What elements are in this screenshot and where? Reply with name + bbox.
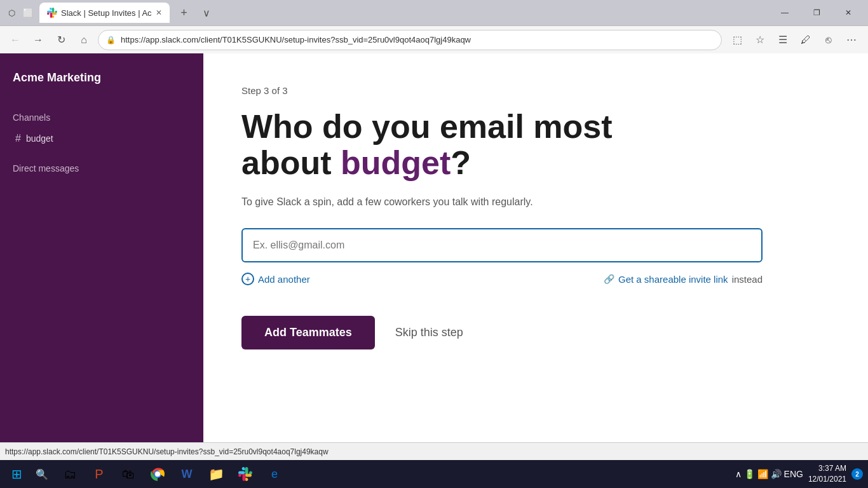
- taskbar-app-powerpoint[interactable]: P: [85, 460, 113, 488]
- email-input[interactable]: [241, 228, 763, 262]
- reload-button[interactable]: ↻: [52, 31, 70, 49]
- new-tab-button[interactable]: +: [175, 3, 194, 23]
- svg-point-1: [155, 471, 160, 477]
- taskbar-app-files[interactable]: 📁: [202, 460, 230, 488]
- title-bar-icons: ⬡ ⬜: [5, 6, 34, 19]
- invite-link-label: Get a shareable invite link: [618, 274, 728, 285]
- toolbar-icons: ⬚ ☆ ☰ 🖊 ⎋ ⋯: [727, 30, 862, 50]
- taskbar-right: ∧ 🔋 📶 🔊 ENG 3:37 AM 12/01/2021 2: [735, 463, 863, 485]
- network-icon: 📶: [757, 469, 768, 479]
- volume-icon: 🔊: [771, 469, 782, 479]
- powerpoint-icon: P: [95, 467, 103, 482]
- store-icon: 🛍: [122, 467, 135, 482]
- step-label: Step 3 of 3: [241, 85, 830, 96]
- taskbar-apps: 🗂 P 🛍 W 📁: [56, 460, 288, 488]
- channels-label: Channels: [10, 110, 193, 125]
- slack-taskbar-icon: [238, 467, 252, 481]
- share-icon[interactable]: ⎋: [818, 30, 839, 50]
- heading-part3: ?: [451, 144, 471, 181]
- clock-time: 3:37 AM: [808, 463, 846, 474]
- word-icon: W: [182, 468, 193, 481]
- files-icon: 📁: [208, 466, 224, 482]
- status-url: https://app.slack.com/client/T01K5SGUKNU…: [5, 447, 863, 456]
- buttons-row: Add Teammates Skip this step: [241, 316, 830, 349]
- minimize-button[interactable]: —: [770, 0, 799, 25]
- chrome-icon: [151, 467, 165, 481]
- heading-part1: Who do you email most: [241, 108, 613, 145]
- taskbar-clock[interactable]: 3:37 AM 12/01/2021: [808, 463, 846, 485]
- heading-part2: about: [241, 144, 341, 181]
- taskbar-app-slack[interactable]: [231, 460, 259, 488]
- channel-name: budget: [26, 133, 53, 144]
- heading-highlight: budget: [341, 144, 451, 181]
- language-label: ENG: [784, 469, 803, 479]
- hash-icon: #: [15, 133, 21, 144]
- close-button[interactable]: ✕: [834, 0, 863, 25]
- taskbar-app-edge[interactable]: e: [261, 460, 288, 488]
- skip-step-button[interactable]: Skip this step: [390, 316, 468, 349]
- main-heading: Who do you email most about budget?: [241, 109, 750, 181]
- notification-badge[interactable]: 2: [851, 468, 863, 480]
- url-bar[interactable]: 🔒 https://app.slack.com/client/T01K5SGUK…: [98, 30, 722, 50]
- actions-row: + Add another 🔗 Get a shareable invite l…: [241, 273, 763, 285]
- lock-icon: 🔒: [106, 36, 116, 44]
- maximize-button[interactable]: ❐: [802, 0, 831, 25]
- back-button[interactable]: ←: [6, 31, 24, 49]
- active-tab[interactable]: Slack | Setup Invites | Ac ✕: [39, 3, 170, 23]
- add-teammates-button[interactable]: Add Teammates: [241, 316, 375, 349]
- direct-messages-label: Direct messages: [10, 161, 193, 176]
- sidebar-channel-budget[interactable]: # budget: [10, 130, 193, 147]
- link-icon: 🔗: [604, 274, 614, 284]
- invite-link[interactable]: 🔗 Get a shareable invite link instead: [604, 274, 763, 285]
- taskbar-app-fileexplorer[interactable]: 🗂: [56, 460, 84, 488]
- content-area: Step 3 of 3 Who do you email most about …: [203, 53, 868, 442]
- edge-icon: e: [271, 468, 278, 481]
- start-button[interactable]: ⊞: [5, 463, 28, 485]
- file-explorer-icon: 🗂: [64, 467, 76, 482]
- forward-button[interactable]: →: [29, 31, 47, 49]
- sidebar-toggle-icon[interactable]: ⬚: [727, 30, 747, 50]
- workspace-name: Acme Marketing: [10, 66, 193, 90]
- address-bar: ← → ↻ ⌂ 🔒 https://app.slack.com/client/T…: [0, 25, 868, 53]
- window-controls: — ❐ ✕: [770, 0, 863, 25]
- invite-link-suffix: instead: [732, 274, 763, 285]
- tab-list-button[interactable]: ∨: [199, 7, 214, 19]
- more-icon[interactable]: ⋯: [841, 30, 862, 50]
- slack-tab-icon: [47, 8, 57, 18]
- windows-logo-icon: ⊞: [11, 466, 22, 482]
- taskbar-app-word[interactable]: W: [173, 460, 201, 488]
- search-icon: 🔍: [36, 468, 48, 480]
- tab-icon-capture[interactable]: ⬜: [22, 6, 34, 19]
- taskbar-app-store[interactable]: 🛍: [114, 460, 142, 488]
- url-text: https://app.slack.com/client/T01K5SGUKNU…: [121, 35, 714, 44]
- tab-close-button[interactable]: ✕: [156, 8, 162, 17]
- bookmark-icon[interactable]: ☆: [750, 30, 770, 50]
- search-button[interactable]: 🔍: [31, 463, 53, 485]
- plus-circle-icon: +: [241, 273, 254, 285]
- taskbar: ⊞ 🔍 🗂 P 🛍: [0, 460, 868, 488]
- chevron-up-icon[interactable]: ∧: [735, 469, 742, 479]
- taskbar-app-chrome[interactable]: [144, 460, 172, 488]
- battery-icon: 🔋: [744, 469, 755, 479]
- main-area: Acme Marketing Channels # budget Direct …: [0, 53, 868, 442]
- subtitle: To give Slack a spin, add a few coworker…: [241, 196, 623, 208]
- add-another-button[interactable]: + Add another: [241, 273, 310, 285]
- status-bar: https://app.slack.com/client/T01K5SGUKNU…: [0, 442, 868, 460]
- sidebar: Acme Marketing Channels # budget Direct …: [0, 53, 203, 442]
- system-tray: ∧ 🔋 📶 🔊 ENG: [735, 469, 803, 479]
- tab-icon-prev[interactable]: ⬡: [5, 6, 18, 19]
- clock-date: 12/01/2021: [808, 474, 846, 485]
- add-another-label: Add another: [258, 274, 310, 285]
- profile-icon[interactable]: 🖊: [796, 30, 816, 50]
- collections-icon[interactable]: ☰: [773, 30, 793, 50]
- tab-title: Slack | Setup Invites | Ac: [61, 8, 152, 18]
- home-button[interactable]: ⌂: [75, 31, 93, 49]
- title-bar: ⬡ ⬜ Slack | Setup Invites | Ac ✕ + ∨ — ❐…: [0, 0, 868, 25]
